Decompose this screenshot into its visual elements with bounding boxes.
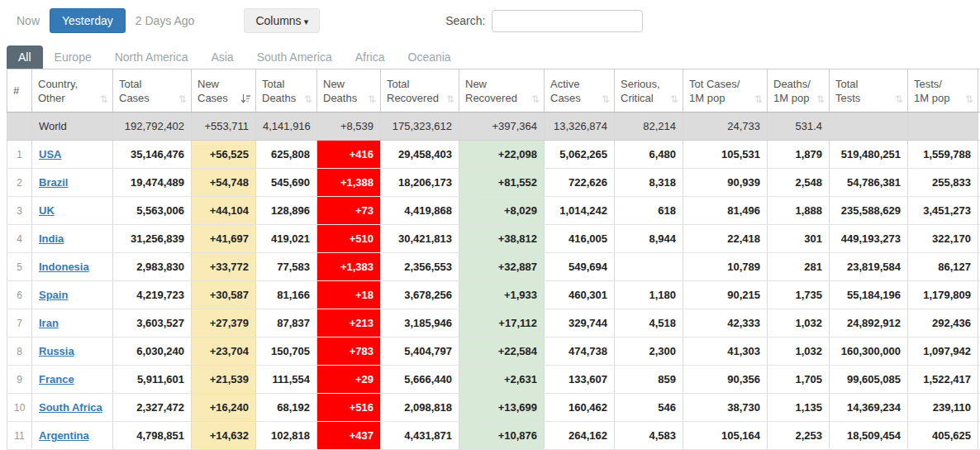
cell-deaths-per-1m: 301 <box>768 225 830 253</box>
country-link[interactable]: Spain <box>39 289 68 301</box>
sort-icon: ⇅ <box>446 94 454 104</box>
country-link[interactable]: France <box>39 373 74 385</box>
sort-icon: ⇅ <box>531 94 540 104</box>
cell-tests-per-1m: 292,436 <box>908 309 978 338</box>
country-link[interactable]: Iran <box>39 317 59 329</box>
covid-stats-table: #Country,Other⇅TotalCases⇅NewCasesTotalD… <box>7 69 980 450</box>
tab-oceania[interactable]: Oceania <box>397 45 463 69</box>
yesterday-button[interactable]: Yesterday <box>50 8 126 33</box>
col-header-total-tests[interactable]: TotalTests⇅ <box>830 69 908 112</box>
sort-icon: ⇅ <box>368 94 376 104</box>
cell-total-deaths: 87,837 <box>256 309 317 338</box>
cell-total-recovered: 5,404,797 <box>381 338 459 366</box>
cell-country: World <box>32 112 113 141</box>
cell-new-recovered: +22,098 <box>459 141 545 169</box>
cell-rank: 5 <box>7 253 32 281</box>
sort-icon: ⇅ <box>178 94 187 104</box>
cell-new-deaths: +1,388 <box>317 169 381 197</box>
cell-rank: 9 <box>7 366 32 394</box>
cell-deaths-per-1m: 2,548 <box>768 169 830 197</box>
cell-new-deaths: +437 <box>317 422 381 450</box>
columns-dropdown-button[interactable]: Columns▾ <box>244 8 320 33</box>
cell-tests-per-1m: 3,451,273 <box>908 197 978 225</box>
country-link[interactable]: USA <box>39 148 61 160</box>
country-link[interactable]: Argentina <box>39 429 89 442</box>
tab-asia[interactable]: Asia <box>199 45 245 69</box>
cell-deaths-per-1m: 1,735 <box>768 281 830 309</box>
cell-total-deaths: 150,705 <box>256 338 317 366</box>
col-header-deaths-per-1m[interactable]: Deaths/1M pop⇅ <box>768 69 830 112</box>
col-header-active-cases[interactable]: ActiveCases⇅ <box>545 69 615 112</box>
col-header-country[interactable]: Country,Other⇅ <box>32 69 113 112</box>
cell-rank: 7 <box>7 309 32 338</box>
cell-active-cases: 416,005 <box>545 225 615 253</box>
tab-north-america[interactable]: North America <box>103 45 200 69</box>
tab-africa[interactable]: Africa <box>344 45 397 69</box>
country-link[interactable]: Russia <box>39 345 74 357</box>
table-row: 7Iran3,603,527+27,37987,837+2133,185,946… <box>7 309 980 338</box>
cell-country: UK <box>32 197 113 225</box>
col-header-new-recovered[interactable]: NewRecovered⇅ <box>459 69 545 112</box>
cell-total-recovered: 175,323,612 <box>381 112 459 141</box>
col-header-tests-per-1m[interactable]: Tests/1M pop⇅ <box>908 69 978 112</box>
cell-country: Brazil <box>32 169 113 197</box>
cell-serious-critical: 546 <box>615 394 683 422</box>
cell-deaths-per-1m: 1,135 <box>768 394 830 422</box>
cell-cases-per-1m: 10,789 <box>683 253 768 281</box>
two-days-ago-button[interactable]: 2 Days Ago <box>126 9 205 32</box>
search-input[interactable] <box>492 10 643 32</box>
cell-total-cases: 6,030,240 <box>113 338 192 366</box>
tab-europe[interactable]: Europe <box>43 45 103 69</box>
country-link[interactable]: UK <box>39 204 55 217</box>
cell-new-deaths: +416 <box>317 141 381 169</box>
cell-active-cases: 160,462 <box>545 394 615 422</box>
country-link[interactable]: Brazil <box>39 176 68 189</box>
tab-all[interactable]: All <box>7 45 43 69</box>
cell-total-cases: 19,474,489 <box>113 169 192 197</box>
toolbar: Now Yesterday 2 Days Ago Columns▾ Search… <box>7 7 980 35</box>
cell-cases-per-1m: 42,333 <box>683 309 768 338</box>
cell-country: USA <box>32 141 113 169</box>
search-area: Search: <box>445 10 643 32</box>
country-link[interactable]: India <box>39 232 64 245</box>
col-header-cases-per-1m[interactable]: Tot Cases/1M pop⇅ <box>683 69 768 112</box>
col-header-total-deaths[interactable]: TotalDeaths⇅ <box>256 69 317 112</box>
cell-tests-per-1m: 322,170 <box>908 225 978 253</box>
cell-deaths-per-1m: 2,253 <box>768 422 830 450</box>
cell-serious-critical: 4,518 <box>615 309 683 338</box>
cell-total-cases: 4,219,723 <box>113 281 192 309</box>
cell-serious-critical: 618 <box>615 197 683 225</box>
col-header-total-cases[interactable]: TotalCases⇅ <box>113 69 192 112</box>
cell-total-deaths: 77,583 <box>256 253 317 281</box>
col-header-new-deaths[interactable]: NewDeaths⇅ <box>317 69 381 112</box>
cell-new-cases: +14,632 <box>192 422 256 450</box>
cell-new-deaths: +1,383 <box>317 253 381 281</box>
cell-total-recovered: 4,431,871 <box>381 422 459 450</box>
cell-rank: 1 <box>7 141 32 169</box>
col-header-total-recovered[interactable]: TotalRecovered⇅ <box>381 69 459 112</box>
cell-serious-critical: 4,583 <box>615 422 683 450</box>
tab-south-america[interactable]: South America <box>245 45 344 69</box>
cell-total-tests: 235,588,629 <box>830 197 908 225</box>
cell-new-cases: +23,704 <box>192 338 256 366</box>
header-row: #Country,Other⇅TotalCases⇅NewCasesTotalD… <box>7 69 980 112</box>
cell-tests-per-1m: 1,179,809 <box>908 281 978 309</box>
cell-rank: 10 <box>7 394 32 422</box>
cell-country: Argentina <box>32 422 113 450</box>
cell-new-recovered: +13,699 <box>459 394 545 422</box>
col-header-new-cases[interactable]: NewCases <box>192 69 256 112</box>
cell-new-recovered: +38,812 <box>459 225 545 253</box>
cell-new-cases: +30,587 <box>192 281 256 309</box>
now-button[interactable]: Now <box>7 9 50 32</box>
table-header: #Country,Other⇅TotalCases⇅NewCasesTotalD… <box>7 69 980 112</box>
sort-icon: ⇅ <box>965 94 973 104</box>
col-header-serious-critical[interactable]: Serious,Critical⇅ <box>615 69 683 112</box>
table-body: World192,792,402+553,7114,141,916+8,5391… <box>7 112 980 450</box>
country-link[interactable]: Indonesia <box>39 261 89 273</box>
cell-new-deaths: +18 <box>317 281 381 309</box>
country-link[interactable]: South Africa <box>39 401 102 414</box>
cell-total-tests: 449,193,273 <box>830 225 908 253</box>
cell-new-deaths: +73 <box>317 197 381 225</box>
sort-icon: ⇅ <box>754 94 763 104</box>
cell-rank: 3 <box>7 197 32 225</box>
